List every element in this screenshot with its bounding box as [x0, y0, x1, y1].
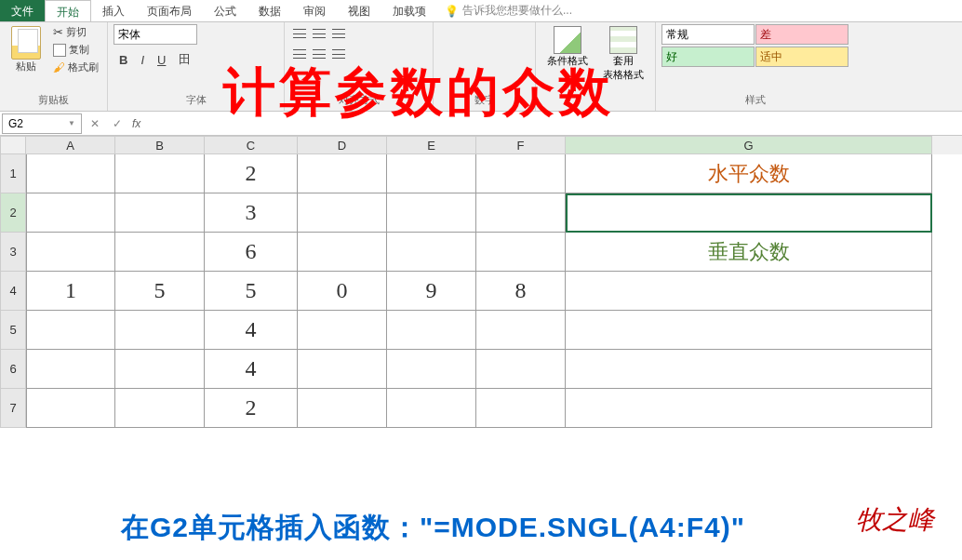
cell-a4[interactable]: 1: [26, 272, 115, 311]
cell-d4[interactable]: 0: [298, 272, 387, 311]
table-format-button[interactable]: 套用 表格格式: [597, 24, 649, 105]
style-normal[interactable]: 常规: [661, 24, 755, 45]
cell-b2[interactable]: [115, 193, 205, 233]
cell-a7[interactable]: [26, 389, 115, 428]
style-good[interactable]: 好: [661, 47, 755, 67]
align-middle-button[interactable]: [310, 24, 328, 43]
tab-formula[interactable]: 公式: [203, 0, 247, 21]
cell-b4[interactable]: 5: [115, 272, 205, 311]
row-header-4[interactable]: 4: [0, 272, 26, 311]
style-bad[interactable]: 差: [755, 24, 848, 45]
italic-button[interactable]: I: [135, 50, 150, 70]
cell-g2[interactable]: [566, 193, 932, 233]
cell-c2[interactable]: 3: [205, 193, 298, 233]
tab-insert[interactable]: 插入: [91, 0, 136, 21]
cell-f4[interactable]: 8: [476, 272, 566, 311]
cell-b5[interactable]: [115, 311, 205, 350]
copy-button[interactable]: 复制: [50, 42, 101, 58]
cell-c1[interactable]: 2: [205, 154, 298, 193]
cell-f3[interactable]: [476, 233, 566, 272]
col-header-b[interactable]: B: [115, 136, 205, 154]
cell-d6[interactable]: [298, 350, 387, 389]
cell-b1[interactable]: [115, 154, 205, 193]
cell-e2[interactable]: [387, 193, 476, 233]
tab-view[interactable]: 视图: [337, 0, 381, 21]
col-header-d[interactable]: D: [298, 136, 387, 154]
cell-e4[interactable]: 9: [387, 272, 476, 311]
cell-f6[interactable]: [476, 350, 566, 389]
cell-c6[interactable]: 4: [205, 350, 298, 389]
row-header-7[interactable]: 7: [0, 389, 26, 428]
cell-a2[interactable]: [26, 193, 115, 233]
conditional-format-button[interactable]: 条件格式: [541, 24, 594, 105]
scissors-icon: ✂: [53, 25, 63, 39]
col-header-c[interactable]: C: [205, 136, 298, 154]
cell-f1[interactable]: [476, 154, 566, 193]
tab-data[interactable]: 数据: [247, 0, 292, 21]
cell-d2[interactable]: [298, 193, 387, 233]
tab-file[interactable]: 文件: [0, 0, 45, 21]
font-name-input[interactable]: [114, 24, 197, 45]
cell-g4[interactable]: [566, 272, 932, 311]
fx-button[interactable]: fx: [128, 117, 144, 130]
cell-e3[interactable]: [387, 233, 476, 272]
col-header-g[interactable]: G: [566, 136, 932, 154]
style-neutral[interactable]: 适中: [755, 47, 848, 67]
cell-c7[interactable]: 2: [205, 389, 298, 428]
bold-button[interactable]: B: [114, 50, 133, 70]
col-header-a[interactable]: A: [26, 136, 115, 154]
cell-a3[interactable]: [26, 233, 115, 272]
cell-g1[interactable]: 水平众数: [566, 154, 932, 193]
border-button[interactable]: 田: [173, 48, 196, 71]
paste-button[interactable]: 粘贴: [6, 24, 47, 91]
cell-c4[interactable]: 5: [205, 272, 298, 311]
cell-b7[interactable]: [115, 389, 205, 428]
row-header-6[interactable]: 6: [0, 350, 26, 389]
cell-g3[interactable]: 垂直众数: [566, 233, 932, 272]
cell-e7[interactable]: [387, 389, 476, 428]
tab-layout[interactable]: 页面布局: [136, 0, 203, 21]
cell-f7[interactable]: [476, 389, 566, 428]
cell-e5[interactable]: [387, 311, 476, 350]
cell-d5[interactable]: [298, 311, 387, 350]
cell-d3[interactable]: [298, 233, 387, 272]
row-header-1[interactable]: 1: [0, 154, 26, 193]
cell-a6[interactable]: [26, 350, 115, 389]
cell-g7[interactable]: [566, 389, 932, 428]
cell-b6[interactable]: [115, 350, 205, 389]
cell-b3[interactable]: [115, 233, 205, 272]
cell-f5[interactable]: [476, 311, 566, 350]
align-left-button[interactable]: [290, 45, 309, 63]
row-header-3[interactable]: 3: [0, 233, 26, 272]
align-right-button[interactable]: [329, 45, 348, 63]
confirm-button[interactable]: ✓: [106, 113, 128, 134]
tab-review[interactable]: 审阅: [292, 0, 337, 21]
align-bottom-button[interactable]: [329, 24, 348, 43]
row-header-5[interactable]: 5: [0, 311, 26, 350]
align-center-button[interactable]: [310, 45, 328, 63]
cell-d7[interactable]: [298, 389, 387, 428]
cell-c5[interactable]: 4: [205, 311, 298, 350]
col-header-f[interactable]: F: [476, 136, 566, 154]
underline-button[interactable]: U: [152, 50, 171, 70]
name-box[interactable]: G2 ▼: [2, 113, 82, 134]
cell-c3[interactable]: 6: [205, 233, 298, 272]
align-top-button[interactable]: [290, 24, 309, 43]
row-header-2[interactable]: 2: [0, 193, 26, 233]
cell-g6[interactable]: [566, 350, 932, 389]
cell-g5[interactable]: [566, 311, 932, 350]
tell-me[interactable]: 💡告诉我您想要做什么...: [437, 0, 580, 21]
cell-e1[interactable]: [387, 154, 476, 193]
cell-a1[interactable]: [26, 154, 115, 193]
format-painter-button[interactable]: 🖌格式刷: [50, 60, 101, 75]
cut-button[interactable]: ✂剪切: [50, 24, 101, 40]
select-all-corner[interactable]: [0, 136, 26, 154]
cell-a5[interactable]: [26, 311, 115, 350]
tab-home[interactable]: 开始: [45, 0, 91, 21]
cell-d1[interactable]: [298, 154, 387, 193]
cancel-button[interactable]: ✕: [84, 113, 106, 134]
tab-addins[interactable]: 加载项: [381, 0, 437, 21]
cell-f2[interactable]: [476, 193, 566, 233]
cell-e6[interactable]: [387, 350, 476, 389]
col-header-e[interactable]: E: [387, 136, 476, 154]
